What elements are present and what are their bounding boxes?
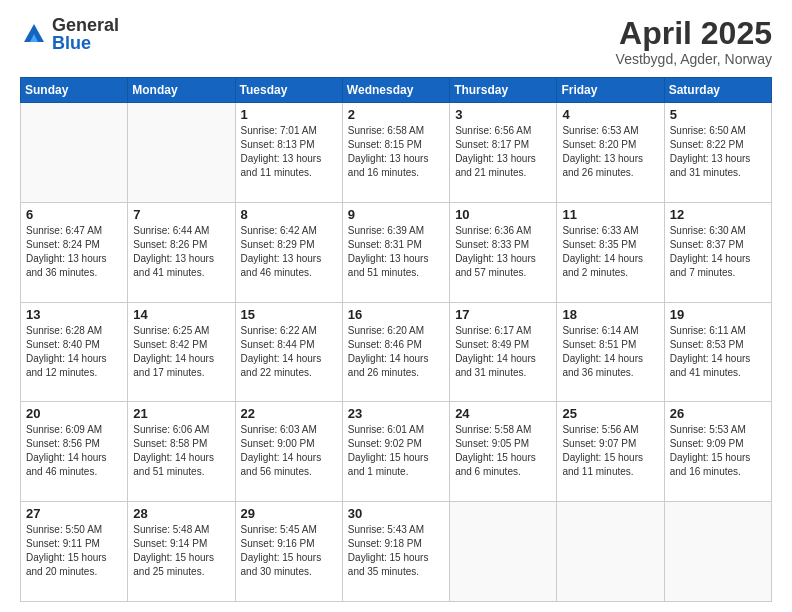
- day-number: 27: [26, 506, 122, 521]
- header-tuesday: Tuesday: [235, 78, 342, 103]
- day-info: Sunrise: 6:39 AMSunset: 8:31 PMDaylight:…: [348, 224, 444, 280]
- day-number: 16: [348, 307, 444, 322]
- day-number: 13: [26, 307, 122, 322]
- header-thursday: Thursday: [450, 78, 557, 103]
- calendar-week-row: 6Sunrise: 6:47 AMSunset: 8:24 PMDaylight…: [21, 202, 772, 302]
- table-row: 8Sunrise: 6:42 AMSunset: 8:29 PMDaylight…: [235, 202, 342, 302]
- day-number: 28: [133, 506, 229, 521]
- day-number: 2: [348, 107, 444, 122]
- calendar-week-row: 1Sunrise: 7:01 AMSunset: 8:13 PMDaylight…: [21, 103, 772, 203]
- title-block: April 2025 Vestbygd, Agder, Norway: [616, 16, 772, 67]
- logo-general: General: [52, 16, 119, 34]
- day-info: Sunrise: 5:50 AMSunset: 9:11 PMDaylight:…: [26, 523, 122, 579]
- day-number: 8: [241, 207, 337, 222]
- header-monday: Monday: [128, 78, 235, 103]
- table-row: 19Sunrise: 6:11 AMSunset: 8:53 PMDayligh…: [664, 302, 771, 402]
- header: General Blue April 2025 Vestbygd, Agder,…: [20, 16, 772, 67]
- day-number: 21: [133, 406, 229, 421]
- table-row: 30Sunrise: 5:43 AMSunset: 9:18 PMDayligh…: [342, 502, 449, 602]
- table-row: 26Sunrise: 5:53 AMSunset: 9:09 PMDayligh…: [664, 402, 771, 502]
- table-row: 23Sunrise: 6:01 AMSunset: 9:02 PMDayligh…: [342, 402, 449, 502]
- day-info: Sunrise: 6:01 AMSunset: 9:02 PMDaylight:…: [348, 423, 444, 479]
- table-row: 5Sunrise: 6:50 AMSunset: 8:22 PMDaylight…: [664, 103, 771, 203]
- page: General Blue April 2025 Vestbygd, Agder,…: [0, 0, 792, 612]
- table-row: 6Sunrise: 6:47 AMSunset: 8:24 PMDaylight…: [21, 202, 128, 302]
- day-info: Sunrise: 6:56 AMSunset: 8:17 PMDaylight:…: [455, 124, 551, 180]
- table-row: 20Sunrise: 6:09 AMSunset: 8:56 PMDayligh…: [21, 402, 128, 502]
- day-info: Sunrise: 6:20 AMSunset: 8:46 PMDaylight:…: [348, 324, 444, 380]
- day-info: Sunrise: 6:06 AMSunset: 8:58 PMDaylight:…: [133, 423, 229, 479]
- day-info: Sunrise: 6:09 AMSunset: 8:56 PMDaylight:…: [26, 423, 122, 479]
- header-wednesday: Wednesday: [342, 78, 449, 103]
- day-number: 24: [455, 406, 551, 421]
- day-number: 26: [670, 406, 766, 421]
- day-number: 3: [455, 107, 551, 122]
- table-row: 1Sunrise: 7:01 AMSunset: 8:13 PMDaylight…: [235, 103, 342, 203]
- day-number: 11: [562, 207, 658, 222]
- table-row: 3Sunrise: 6:56 AMSunset: 8:17 PMDaylight…: [450, 103, 557, 203]
- day-number: 15: [241, 307, 337, 322]
- day-info: Sunrise: 6:25 AMSunset: 8:42 PMDaylight:…: [133, 324, 229, 380]
- table-row: 22Sunrise: 6:03 AMSunset: 9:00 PMDayligh…: [235, 402, 342, 502]
- table-row: 15Sunrise: 6:22 AMSunset: 8:44 PMDayligh…: [235, 302, 342, 402]
- table-row: 27Sunrise: 5:50 AMSunset: 9:11 PMDayligh…: [21, 502, 128, 602]
- day-number: 18: [562, 307, 658, 322]
- day-number: 22: [241, 406, 337, 421]
- header-sunday: Sunday: [21, 78, 128, 103]
- day-info: Sunrise: 6:47 AMSunset: 8:24 PMDaylight:…: [26, 224, 122, 280]
- day-number: 14: [133, 307, 229, 322]
- day-number: 25: [562, 406, 658, 421]
- day-number: 12: [670, 207, 766, 222]
- table-row: 28Sunrise: 5:48 AMSunset: 9:14 PMDayligh…: [128, 502, 235, 602]
- day-info: Sunrise: 6:17 AMSunset: 8:49 PMDaylight:…: [455, 324, 551, 380]
- day-number: 1: [241, 107, 337, 122]
- table-row: 11Sunrise: 6:33 AMSunset: 8:35 PMDayligh…: [557, 202, 664, 302]
- calendar-week-row: 20Sunrise: 6:09 AMSunset: 8:56 PMDayligh…: [21, 402, 772, 502]
- header-friday: Friday: [557, 78, 664, 103]
- calendar-week-row: 27Sunrise: 5:50 AMSunset: 9:11 PMDayligh…: [21, 502, 772, 602]
- table-row: 25Sunrise: 5:56 AMSunset: 9:07 PMDayligh…: [557, 402, 664, 502]
- table-row: 14Sunrise: 6:25 AMSunset: 8:42 PMDayligh…: [128, 302, 235, 402]
- calendar-week-row: 13Sunrise: 6:28 AMSunset: 8:40 PMDayligh…: [21, 302, 772, 402]
- day-info: Sunrise: 6:53 AMSunset: 8:20 PMDaylight:…: [562, 124, 658, 180]
- day-number: 23: [348, 406, 444, 421]
- logo-text: General Blue: [52, 16, 119, 52]
- table-row: [128, 103, 235, 203]
- table-row: 29Sunrise: 5:45 AMSunset: 9:16 PMDayligh…: [235, 502, 342, 602]
- table-row: 24Sunrise: 5:58 AMSunset: 9:05 PMDayligh…: [450, 402, 557, 502]
- table-row: 16Sunrise: 6:20 AMSunset: 8:46 PMDayligh…: [342, 302, 449, 402]
- logo: General Blue: [20, 16, 119, 52]
- table-row: 4Sunrise: 6:53 AMSunset: 8:20 PMDaylight…: [557, 103, 664, 203]
- day-number: 4: [562, 107, 658, 122]
- day-info: Sunrise: 6:44 AMSunset: 8:26 PMDaylight:…: [133, 224, 229, 280]
- day-info: Sunrise: 6:50 AMSunset: 8:22 PMDaylight:…: [670, 124, 766, 180]
- day-info: Sunrise: 6:11 AMSunset: 8:53 PMDaylight:…: [670, 324, 766, 380]
- day-number: 29: [241, 506, 337, 521]
- table-row: 7Sunrise: 6:44 AMSunset: 8:26 PMDaylight…: [128, 202, 235, 302]
- day-info: Sunrise: 5:58 AMSunset: 9:05 PMDaylight:…: [455, 423, 551, 479]
- header-saturday: Saturday: [664, 78, 771, 103]
- day-number: 30: [348, 506, 444, 521]
- table-row: 17Sunrise: 6:17 AMSunset: 8:49 PMDayligh…: [450, 302, 557, 402]
- day-number: 6: [26, 207, 122, 222]
- day-info: Sunrise: 6:30 AMSunset: 8:37 PMDaylight:…: [670, 224, 766, 280]
- day-info: Sunrise: 6:36 AMSunset: 8:33 PMDaylight:…: [455, 224, 551, 280]
- weekday-header-row: Sunday Monday Tuesday Wednesday Thursday…: [21, 78, 772, 103]
- table-row: [21, 103, 128, 203]
- day-number: 20: [26, 406, 122, 421]
- day-info: Sunrise: 6:42 AMSunset: 8:29 PMDaylight:…: [241, 224, 337, 280]
- day-info: Sunrise: 6:14 AMSunset: 8:51 PMDaylight:…: [562, 324, 658, 380]
- day-info: Sunrise: 5:53 AMSunset: 9:09 PMDaylight:…: [670, 423, 766, 479]
- table-row: 10Sunrise: 6:36 AMSunset: 8:33 PMDayligh…: [450, 202, 557, 302]
- table-row: [450, 502, 557, 602]
- day-number: 10: [455, 207, 551, 222]
- day-info: Sunrise: 5:48 AMSunset: 9:14 PMDaylight:…: [133, 523, 229, 579]
- day-number: 19: [670, 307, 766, 322]
- day-number: 7: [133, 207, 229, 222]
- logo-icon: [20, 20, 48, 48]
- day-info: Sunrise: 5:45 AMSunset: 9:16 PMDaylight:…: [241, 523, 337, 579]
- location: Vestbygd, Agder, Norway: [616, 51, 772, 67]
- table-row: 21Sunrise: 6:06 AMSunset: 8:58 PMDayligh…: [128, 402, 235, 502]
- table-row: [664, 502, 771, 602]
- logo-blue: Blue: [52, 34, 119, 52]
